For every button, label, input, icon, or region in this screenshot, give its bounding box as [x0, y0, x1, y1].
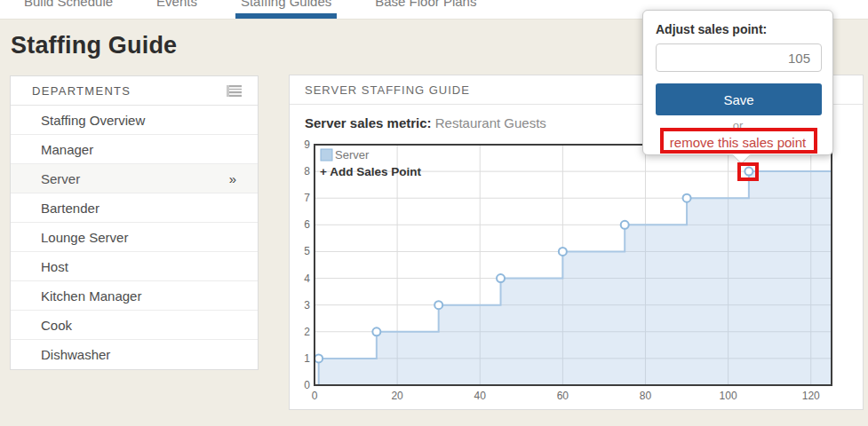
legend-swatch [321, 149, 332, 161]
x-tick-label: 20 [391, 390, 403, 402]
y-tick-label: 9 [304, 138, 310, 151]
y-tick-label: 7 [304, 192, 310, 204]
departments-sidebar: DEPARTMENTS Staffing Overview»Manager»Se… [10, 75, 259, 370]
sidebar-header-label: DEPARTMENTS [32, 84, 131, 98]
sales-metric-line: Server sales metric: Restaurant Guests [305, 115, 546, 130]
nav-tab-events[interactable]: Events [156, 0, 197, 20]
sidebar-item-cook[interactable]: Cook» [11, 311, 258, 340]
sidebar-item-kitchen-manager[interactable]: Kitchen Manager» [11, 281, 258, 311]
save-button[interactable]: Save [656, 83, 822, 115]
y-tick-label: 1 [304, 352, 310, 365]
chevron-right-icon: » [229, 171, 236, 186]
nav-tab-staffing-guides[interactable]: Staffing Guides [241, 0, 331, 20]
panel-header-label: SERVER STAFFING GUIDE [305, 83, 470, 97]
add-sales-point-button[interactable]: + Add Sales Point [320, 165, 421, 178]
x-tick-label: 100 [720, 390, 737, 402]
sales-point-input[interactable] [656, 43, 822, 72]
y-tick-label: 8 [304, 165, 310, 178]
sidebar-item-server[interactable]: Server» [11, 164, 258, 193]
y-tick-label: 6 [304, 218, 310, 231]
sidebar-item-manager[interactable]: Manager» [11, 135, 258, 164]
chart-svg[interactable]: 0204060801001200123456789Server+ Add Sal… [290, 134, 864, 411]
sidebar-item-label: Staffing Overview [41, 113, 145, 128]
sales-metric-label: Server sales metric: [305, 115, 432, 130]
sidebar-header: DEPARTMENTS [11, 76, 258, 106]
sidebar-item-label: Cook [41, 318, 72, 333]
sidebar-item-label: Dishwasher [41, 347, 110, 362]
x-tick-label: 120 [802, 390, 820, 402]
sales-point-marker[interactable] [559, 248, 567, 256]
sidebar-item-label: Server [41, 171, 80, 186]
sales-point-marker[interactable] [745, 168, 753, 176]
or-label: or [656, 119, 820, 132]
sales-point-marker[interactable] [497, 274, 505, 282]
legend-label: Server [335, 148, 370, 162]
x-tick-label: 60 [557, 390, 569, 402]
sidebar-item-label: Manager [41, 142, 93, 157]
sidebar-item-lounge-server[interactable]: Lounge Server» [11, 223, 258, 252]
y-tick-label: 4 [304, 272, 310, 285]
sales-point-marker[interactable] [621, 221, 629, 229]
nav-tab-base-floor-plans[interactable]: Base Floor Plans [375, 0, 476, 20]
list-icon[interactable] [227, 85, 242, 97]
sidebar-item-dishwasher[interactable]: Dishwasher» [11, 340, 258, 369]
sidebar-item-list: Staffing Overview»Manager»Server»Bartend… [11, 106, 258, 369]
sidebar-item-bartender[interactable]: Bartender» [11, 193, 258, 223]
popup-title: Adjust sales point: [656, 22, 820, 36]
sidebar-item-staffing-overview[interactable]: Staffing Overview» [11, 106, 258, 135]
y-tick-label: 5 [304, 245, 310, 257]
sidebar-item-label: Host [41, 259, 68, 274]
y-tick-label: 3 [304, 299, 310, 312]
sales-point-marker[interactable] [434, 301, 442, 309]
x-tick-label: 0 [312, 390, 318, 402]
sales-point-marker[interactable] [372, 327, 380, 335]
sidebar-item-label: Bartender [41, 201, 100, 216]
adjust-sales-point-popup: Adjust sales point: Save or remove this … [642, 10, 833, 155]
sales-metric-value: Restaurant Guests [435, 115, 546, 130]
y-tick-label: 2 [304, 326, 310, 338]
sidebar-item-host[interactable]: Host» [11, 252, 258, 281]
sales-point-marker[interactable] [315, 354, 323, 362]
staffing-step-chart[interactable]: 0204060801001200123456789Server+ Add Sal… [290, 134, 864, 411]
sidebar-item-label: Lounge Server [41, 230, 128, 245]
sales-point-marker[interactable] [683, 194, 691, 202]
page-title: Staffing Guide [11, 32, 177, 59]
y-tick-label: 0 [304, 379, 310, 391]
x-tick-label: 40 [474, 390, 487, 402]
sidebar-item-label: Kitchen Manager [41, 288, 141, 304]
x-tick-label: 80 [640, 390, 652, 402]
nav-tab-build-schedule[interactable]: Build Schedule [24, 0, 113, 20]
